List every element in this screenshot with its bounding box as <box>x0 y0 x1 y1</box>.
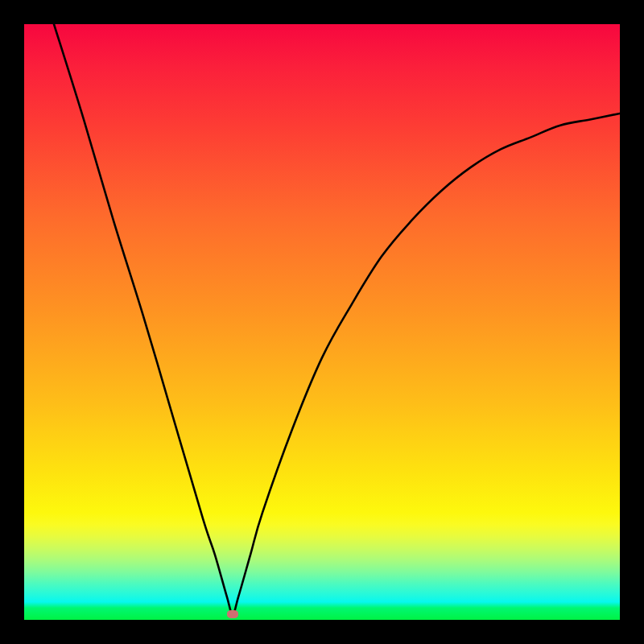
minimum-marker <box>227 610 238 618</box>
chart-frame: TheBottleneck.com <box>0 0 644 644</box>
watermark-label: TheBottleneck.com <box>485 2 633 21</box>
plot-area <box>24 24 620 620</box>
bottleneck-curve <box>24 24 620 620</box>
